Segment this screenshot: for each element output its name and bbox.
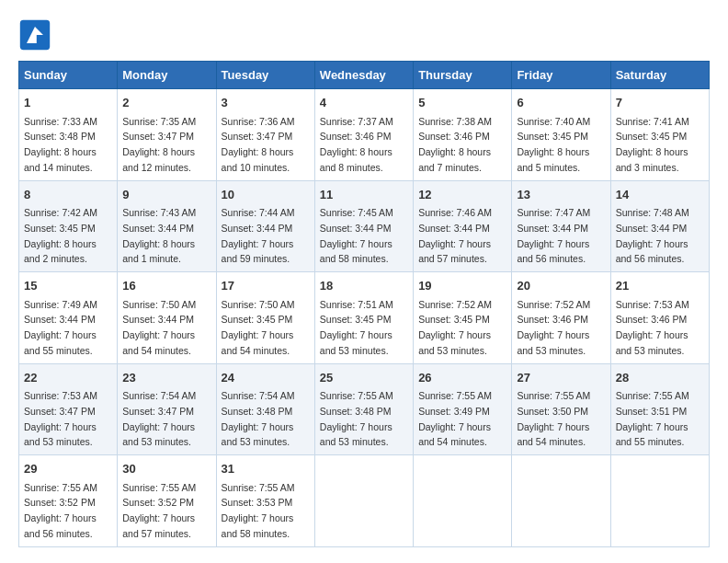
day-number: 28 xyxy=(616,369,704,387)
sunrise-info: Sunrise: 7:49 AM xyxy=(24,299,97,310)
daylight-info: Daylight: 7 hours and 59 minutes. xyxy=(222,238,294,265)
day-number: 1 xyxy=(24,94,112,112)
day-number: 9 xyxy=(122,186,210,204)
sunset-info: Sunset: 3:45 PM xyxy=(616,131,688,142)
header-monday: Monday xyxy=(118,62,216,89)
calendar-cell: 25Sunrise: 7:55 AMSunset: 3:48 PMDayligh… xyxy=(314,363,413,455)
calendar-cell: 9Sunrise: 7:43 AMSunset: 3:44 PMDaylight… xyxy=(118,180,216,272)
calendar-cell: 24Sunrise: 7:54 AMSunset: 3:48 PMDayligh… xyxy=(216,363,314,455)
daylight-info: Daylight: 7 hours and 58 minutes. xyxy=(320,238,392,265)
sunset-info: Sunset: 3:47 PM xyxy=(122,131,194,142)
header-sunday: Sunday xyxy=(19,62,118,89)
header-row: SundayMondayTuesdayWednesdayThursdayFrid… xyxy=(19,62,710,89)
sunset-info: Sunset: 3:48 PM xyxy=(222,406,293,417)
week-row-2: 8Sunrise: 7:42 AMSunset: 3:45 PMDaylight… xyxy=(19,180,710,272)
day-number: 25 xyxy=(320,369,408,387)
sunset-info: Sunset: 3:45 PM xyxy=(418,314,490,325)
daylight-info: Daylight: 7 hours and 58 minutes. xyxy=(222,512,294,539)
sunset-info: Sunset: 3:45 PM xyxy=(24,223,96,234)
daylight-info: Daylight: 8 hours and 8 minutes. xyxy=(320,146,392,173)
sunset-info: Sunset: 3:44 PM xyxy=(616,223,688,234)
calendar-cell: 20Sunrise: 7:52 AMSunset: 3:46 PMDayligh… xyxy=(512,272,610,364)
sunrise-info: Sunrise: 7:48 AM xyxy=(616,207,689,218)
day-number: 22 xyxy=(24,369,112,387)
day-number: 26 xyxy=(418,369,506,387)
day-number: 24 xyxy=(222,369,310,387)
day-number: 13 xyxy=(517,186,605,204)
sunrise-info: Sunrise: 7:38 AM xyxy=(418,116,492,127)
calendar-cell: 6Sunrise: 7:40 AMSunset: 3:45 PMDaylight… xyxy=(512,89,610,181)
day-number: 8 xyxy=(24,186,112,204)
day-number: 6 xyxy=(517,94,605,112)
calendar-cell: 7Sunrise: 7:41 AMSunset: 3:45 PMDaylight… xyxy=(610,89,709,181)
day-number: 30 xyxy=(122,460,210,478)
day-number: 11 xyxy=(320,186,408,204)
sunrise-info: Sunrise: 7:55 AM xyxy=(222,482,295,493)
sunrise-info: Sunrise: 7:35 AM xyxy=(122,116,196,127)
daylight-info: Daylight: 7 hours and 56 minutes. xyxy=(24,512,97,539)
sunset-info: Sunset: 3:44 PM xyxy=(24,314,96,325)
sunrise-info: Sunrise: 7:37 AM xyxy=(320,116,393,127)
daylight-info: Daylight: 7 hours and 55 minutes. xyxy=(24,329,97,356)
day-number: 31 xyxy=(222,460,310,478)
calendar-cell: 21Sunrise: 7:53 AMSunset: 3:46 PMDayligh… xyxy=(610,272,709,364)
day-number: 7 xyxy=(616,94,704,112)
sunset-info: Sunset: 3:47 PM xyxy=(222,131,293,142)
day-number: 4 xyxy=(320,94,408,112)
sunset-info: Sunset: 3:45 PM xyxy=(222,314,293,325)
day-number: 15 xyxy=(24,277,112,295)
daylight-info: Daylight: 8 hours and 12 minutes. xyxy=(122,146,195,173)
sunrise-info: Sunrise: 7:54 AM xyxy=(222,390,295,401)
daylight-info: Daylight: 7 hours and 53 minutes. xyxy=(122,421,195,448)
calendar-cell: 22Sunrise: 7:53 AMSunset: 3:47 PMDayligh… xyxy=(19,363,118,455)
sunrise-info: Sunrise: 7:53 AM xyxy=(616,299,689,310)
header-friday: Friday xyxy=(512,62,610,89)
sunset-info: Sunset: 3:52 PM xyxy=(24,497,96,508)
daylight-info: Daylight: 7 hours and 56 minutes. xyxy=(517,238,589,265)
sunrise-info: Sunrise: 7:55 AM xyxy=(517,390,590,401)
sunrise-info: Sunrise: 7:33 AM xyxy=(24,116,97,127)
sunrise-info: Sunrise: 7:51 AM xyxy=(320,299,393,310)
calendar-cell: 2Sunrise: 7:35 AMSunset: 3:47 PMDaylight… xyxy=(118,89,216,181)
day-number: 14 xyxy=(616,186,704,204)
sunrise-info: Sunrise: 7:54 AM xyxy=(122,390,196,401)
daylight-info: Daylight: 7 hours and 53 minutes. xyxy=(222,421,294,448)
calendar-table: SundayMondayTuesdayWednesdayThursdayFrid… xyxy=(18,61,710,547)
daylight-info: Daylight: 7 hours and 54 minutes. xyxy=(222,329,294,356)
sunrise-info: Sunrise: 7:46 AM xyxy=(418,207,492,218)
day-number: 27 xyxy=(517,369,605,387)
sunset-info: Sunset: 3:45 PM xyxy=(517,131,588,142)
calendar-cell: 10Sunrise: 7:44 AMSunset: 3:44 PMDayligh… xyxy=(216,180,314,272)
sunset-info: Sunset: 3:51 PM xyxy=(616,406,688,417)
sunset-info: Sunset: 3:46 PM xyxy=(320,131,392,142)
sunrise-info: Sunrise: 7:52 AM xyxy=(418,299,492,310)
calendar-cell: 16Sunrise: 7:50 AMSunset: 3:44 PMDayligh… xyxy=(118,272,216,364)
calendar-cell: 30Sunrise: 7:55 AMSunset: 3:52 PMDayligh… xyxy=(118,455,216,547)
sunset-info: Sunset: 3:44 PM xyxy=(122,314,194,325)
day-number: 19 xyxy=(418,277,506,295)
header-thursday: Thursday xyxy=(414,62,512,89)
sunset-info: Sunset: 3:53 PM xyxy=(222,497,293,508)
calendar-cell: 27Sunrise: 7:55 AMSunset: 3:50 PMDayligh… xyxy=(512,363,610,455)
calendar-cell: 3Sunrise: 7:36 AMSunset: 3:47 PMDaylight… xyxy=(216,89,314,181)
daylight-info: Daylight: 7 hours and 54 minutes. xyxy=(418,421,491,448)
sunrise-info: Sunrise: 7:42 AM xyxy=(24,207,97,218)
sunset-info: Sunset: 3:48 PM xyxy=(24,131,96,142)
day-number: 20 xyxy=(517,277,605,295)
day-number: 2 xyxy=(122,94,210,112)
daylight-info: Daylight: 8 hours and 7 minutes. xyxy=(418,146,491,173)
sunrise-info: Sunrise: 7:55 AM xyxy=(616,390,689,401)
sunset-info: Sunset: 3:44 PM xyxy=(320,223,392,234)
week-row-1: 1Sunrise: 7:33 AMSunset: 3:48 PMDaylight… xyxy=(19,89,710,181)
calendar-cell: 28Sunrise: 7:55 AMSunset: 3:51 PMDayligh… xyxy=(610,363,709,455)
calendar-cell xyxy=(414,455,512,547)
sunset-info: Sunset: 3:46 PM xyxy=(517,314,588,325)
sunset-info: Sunset: 3:49 PM xyxy=(418,406,490,417)
day-number: 16 xyxy=(122,277,210,295)
sunset-info: Sunset: 3:45 PM xyxy=(320,314,392,325)
calendar-cell: 19Sunrise: 7:52 AMSunset: 3:45 PMDayligh… xyxy=(414,272,512,364)
sunset-info: Sunset: 3:44 PM xyxy=(222,223,293,234)
calendar-cell: 5Sunrise: 7:38 AMSunset: 3:46 PMDaylight… xyxy=(414,89,512,181)
header-wednesday: Wednesday xyxy=(314,62,413,89)
logo xyxy=(18,18,57,52)
